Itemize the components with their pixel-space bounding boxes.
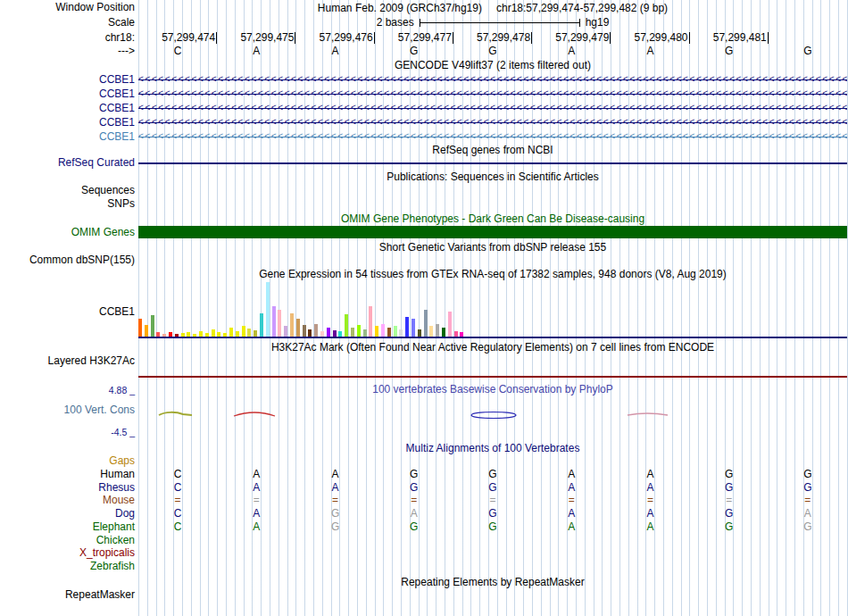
gtex-expression-bar[interactable] <box>138 319 142 337</box>
species-label-human[interactable]: Human <box>0 469 135 480</box>
base-letter: A <box>639 521 661 533</box>
scale-value: 2 bases <box>377 17 414 29</box>
window-position-label: Window Position <box>0 2 135 13</box>
base-letter: A <box>639 482 661 494</box>
coordinate-ruler[interactable]: 57,299,47457,299,47557,299,47657,299,477… <box>0 31 848 44</box>
gtex-expression-bar[interactable] <box>448 312 452 337</box>
omim-genes-bar[interactable] <box>138 226 847 238</box>
phylop-conservation-track[interactable] <box>138 398 847 434</box>
gaps-row-label[interactable]: Gaps <box>0 455 135 467</box>
scale-bar <box>420 19 580 27</box>
species-label-dog[interactable]: Dog <box>0 508 135 520</box>
base-letter: A <box>639 469 661 480</box>
gtex-expression-bar[interactable] <box>242 326 245 337</box>
species-label-x_tropicalis[interactable]: X_tropicalis <box>0 547 135 559</box>
gtex-expression-bar[interactable] <box>145 325 148 337</box>
phylop-section-header: 100 vertebrates Basewise Conservation by… <box>138 384 847 395</box>
position-title: Human Feb. 2009 (GRCh37/hg19)chr18:57,29… <box>138 2 847 14</box>
gtex-expression-bar[interactable] <box>351 328 354 337</box>
gtex-expression-bar[interactable] <box>436 324 439 337</box>
gtex-expression-bar[interactable] <box>424 310 428 337</box>
gtex-expression-bar[interactable] <box>314 324 318 337</box>
gencode-transcript-arrows[interactable]: <<<<<<<<<<<<<<<<<<<<<<<<<<<<<<<<<<<<<<<<… <box>138 116 847 129</box>
gencode-transcript-label[interactable]: CCBE1 <box>0 73 135 86</box>
gtex-expression-bar[interactable] <box>333 330 337 337</box>
ruler-coordinate-text: 57,299,479 <box>555 31 609 44</box>
gtex-expression-bar[interactable] <box>212 329 215 337</box>
gtex-expression-bar[interactable] <box>399 329 403 337</box>
species-label-chicken[interactable]: Chicken <box>0 535 135 546</box>
gencode-transcript-arrows[interactable]: <<<<<<<<<<<<<<<<<<<<<<<<<<<<<<<<<<<<<<<<… <box>138 73 847 86</box>
refseq-curated-label[interactable]: RefSeq Curated <box>0 157 135 169</box>
species-label-elephant[interactable]: Elephant <box>0 521 135 533</box>
sequences-track-label[interactable]: Sequences <box>0 185 135 196</box>
base-letter: A <box>639 46 661 57</box>
gtex-expression-bar[interactable] <box>418 329 421 337</box>
base-letter: G <box>482 469 503 480</box>
gtex-expression-bar[interactable] <box>405 317 409 337</box>
ruler-coordinate: 57,299,474 <box>134 31 217 44</box>
gencode-transcript-arrows[interactable]: <<<<<<<<<<<<<<<<<<<<<<<<<<<<<<<<<<<<<<<<… <box>138 102 847 114</box>
gtex-expression-bar[interactable] <box>247 329 251 337</box>
base-letter: G <box>403 46 425 57</box>
species-label-zebrafish[interactable]: Zebrafish <box>0 561 135 572</box>
gtex-expression-bar[interactable] <box>229 328 233 337</box>
gtex-expression-bar[interactable] <box>442 328 445 337</box>
base-letter: A <box>403 508 425 520</box>
base-letter: A <box>561 482 582 494</box>
gencode-transcript-label[interactable]: CCBE1 <box>0 130 135 143</box>
gtex-expression-bar[interactable] <box>363 329 367 337</box>
layered-h3k27ac-label[interactable]: Layered H3K27Ac <box>0 355 135 367</box>
base-letter: A <box>639 508 661 520</box>
ruler-coordinate: 57,299,476 <box>292 31 375 44</box>
gtex-expression-bar[interactable] <box>260 313 263 337</box>
refseq-curated-track-line[interactable] <box>138 162 847 164</box>
gtex-expression-bar[interactable] <box>308 329 312 337</box>
base-letter: A <box>245 521 267 533</box>
ruler-coordinate: 57,299,477 <box>370 31 453 44</box>
gtex-gene-line[interactable] <box>138 337 847 338</box>
gtex-expression-bar[interactable] <box>303 325 306 337</box>
gtex-expression-bar[interactable] <box>327 328 330 337</box>
gtex-expression-bar[interactable] <box>394 326 397 337</box>
gtex-expression-bar[interactable] <box>345 314 348 337</box>
gtex-gene-label[interactable]: CCBE1 <box>0 306 135 318</box>
vert-cons-track-label[interactable]: 100 Vert. Cons <box>0 404 135 416</box>
common-dbsnp-label[interactable]: Common dbSNP(155) <box>0 254 135 266</box>
gtex-expression-bar[interactable] <box>272 306 276 337</box>
gtex-expression-bar[interactable] <box>381 324 385 337</box>
h3k27ac-signal-line[interactable] <box>138 376 847 378</box>
gtex-expression-bar[interactable] <box>254 330 257 337</box>
gtex-expression-bar[interactable] <box>284 326 287 337</box>
gtex-expression-bar[interactable] <box>151 315 154 337</box>
gtex-expression-bar[interactable] <box>278 310 281 337</box>
gtex-expression-bar[interactable] <box>296 319 300 337</box>
publications-section-header: Publications: Sequences in Scientific Ar… <box>138 171 847 183</box>
gencode-transcript-arrows[interactable]: <<<<<<<<<<<<<<<<<<<<<<<<<<<<<<<<<<<<<<<<… <box>138 87 847 100</box>
gtex-expression-bar[interactable] <box>266 282 270 337</box>
omim-genes-label[interactable]: OMIM Genes <box>0 227 135 238</box>
gencode-transcript-label[interactable]: CCBE1 <box>0 87 135 100</box>
ruler-coordinate: 57,299,475 <box>212 31 295 44</box>
gtex-expression-bar[interactable] <box>387 328 391 337</box>
gtex-expression-bar[interactable] <box>429 326 433 337</box>
base-letter: G <box>719 469 740 480</box>
gtex-expression-bar[interactable] <box>375 326 378 337</box>
h3k27ac-section-header: H3K27Ac Mark (Often Found Near Active Re… <box>138 342 847 354</box>
gencode-transcript-arrows[interactable]: <<<<<<<<<<<<<<<<<<<<<<<<<<<<<<<<<<<<<<<<… <box>138 130 847 143</box>
gencode-transcript-label[interactable]: CCBE1 <box>0 116 135 129</box>
repeatmasker-track-label[interactable]: RepeatMasker <box>0 589 135 601</box>
dbsnp-section-header: Short Genetic Variants from dbSNP releas… <box>138 242 847 254</box>
species-label-mouse[interactable]: Mouse <box>0 495 135 506</box>
snps-track-label[interactable]: SNPs <box>0 198 135 210</box>
gtex-expression-bar[interactable] <box>357 325 361 337</box>
gencode-transcript-label[interactable]: CCBE1 <box>0 102 135 114</box>
base-letter: A <box>245 46 267 57</box>
gtex-expression-bar[interactable] <box>412 319 415 337</box>
gtex-expression-bar[interactable] <box>290 313 294 337</box>
base-letter: G <box>719 508 740 520</box>
species-label-rhesus[interactable]: Rhesus <box>0 482 135 494</box>
gtex-expression-bar[interactable] <box>369 306 372 337</box>
ruler-coordinate-text: 57,299,474 <box>162 31 215 44</box>
base-letter: C <box>167 508 188 520</box>
